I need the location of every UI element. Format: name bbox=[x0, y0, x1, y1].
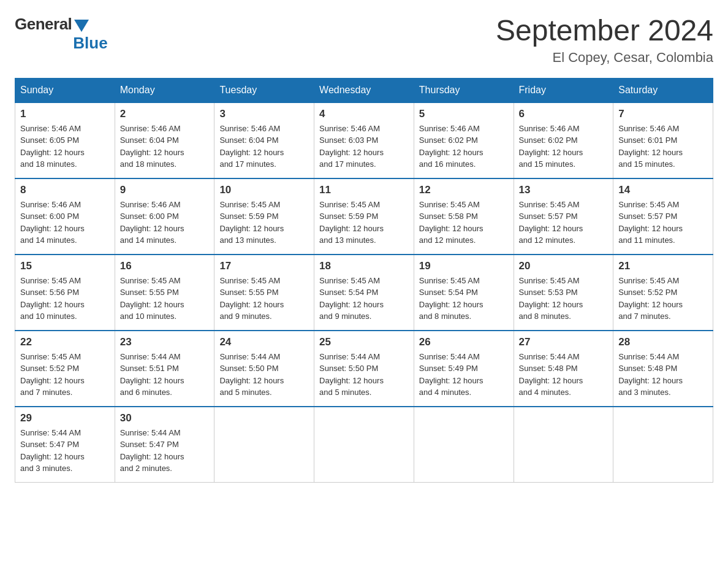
page-header: General General Blue September 2024 El C… bbox=[15, 15, 713, 66]
day-number: 28 bbox=[618, 336, 708, 348]
calendar-cell: 11Sunrise: 5:45 AMSunset: 5:59 PMDayligh… bbox=[314, 178, 414, 255]
day-info: Sunrise: 5:45 AMSunset: 5:57 PMDaylight:… bbox=[618, 199, 708, 247]
day-info: Sunrise: 5:45 AMSunset: 5:56 PMDaylight:… bbox=[20, 275, 110, 323]
header-monday: Monday bbox=[115, 78, 214, 102]
calendar-cell: 13Sunrise: 5:45 AMSunset: 5:57 PMDayligh… bbox=[514, 178, 613, 255]
day-number: 19 bbox=[419, 260, 509, 272]
day-info: Sunrise: 5:45 AMSunset: 5:59 PMDaylight:… bbox=[219, 199, 309, 247]
logo: General General Blue bbox=[15, 15, 108, 53]
day-info: Sunrise: 5:46 AMSunset: 6:02 PMDaylight:… bbox=[419, 123, 509, 170]
calendar-cell: 19Sunrise: 5:45 AMSunset: 5:54 PMDayligh… bbox=[414, 255, 514, 331]
day-number: 29 bbox=[20, 412, 110, 424]
day-number: 4 bbox=[319, 108, 409, 120]
day-number: 6 bbox=[519, 108, 609, 120]
day-number: 13 bbox=[519, 184, 609, 196]
logo-triangle-icon bbox=[74, 20, 89, 32]
day-info: Sunrise: 5:45 AMSunset: 5:55 PMDaylight:… bbox=[219, 275, 309, 323]
calendar-cell: 24Sunrise: 5:44 AMSunset: 5:50 PMDayligh… bbox=[214, 331, 314, 407]
day-number: 9 bbox=[120, 184, 210, 196]
calendar-cell: 22Sunrise: 5:45 AMSunset: 5:52 PMDayligh… bbox=[15, 331, 115, 407]
header-saturday: Saturday bbox=[613, 78, 713, 102]
calendar-cell: 27Sunrise: 5:44 AMSunset: 5:48 PMDayligh… bbox=[514, 331, 613, 407]
logo-general-text: General bbox=[15, 15, 72, 34]
day-number: 20 bbox=[519, 260, 609, 272]
day-number: 17 bbox=[219, 260, 309, 272]
day-number: 18 bbox=[319, 260, 409, 272]
day-number: 22 bbox=[20, 336, 110, 348]
calendar-cell: 14Sunrise: 5:45 AMSunset: 5:57 PMDayligh… bbox=[613, 178, 713, 255]
day-number: 30 bbox=[120, 412, 210, 424]
day-info: Sunrise: 5:44 AMSunset: 5:50 PMDaylight:… bbox=[319, 351, 409, 399]
logo-blue-text: Blue bbox=[73, 34, 107, 53]
day-number: 11 bbox=[319, 184, 409, 196]
day-number: 14 bbox=[618, 184, 708, 196]
day-number: 26 bbox=[419, 336, 509, 348]
day-info: Sunrise: 5:46 AMSunset: 6:04 PMDaylight:… bbox=[120, 123, 210, 170]
day-info: Sunrise: 5:45 AMSunset: 5:59 PMDaylight:… bbox=[319, 199, 409, 247]
header-row: SundayMondayTuesdayWednesdayThursdayFrid… bbox=[15, 78, 713, 102]
day-number: 27 bbox=[519, 336, 609, 348]
calendar-cell: 30Sunrise: 5:44 AMSunset: 5:47 PMDayligh… bbox=[115, 407, 214, 483]
day-number: 16 bbox=[120, 260, 210, 272]
day-info: Sunrise: 5:44 AMSunset: 5:51 PMDaylight:… bbox=[120, 351, 210, 399]
calendar-cell: 6Sunrise: 5:46 AMSunset: 6:02 PMDaylight… bbox=[514, 102, 613, 178]
week-row-2: 8Sunrise: 5:46 AMSunset: 6:00 PMDaylight… bbox=[15, 178, 713, 255]
calendar-cell: 25Sunrise: 5:44 AMSunset: 5:50 PMDayligh… bbox=[314, 331, 414, 407]
calendar-cell: 28Sunrise: 5:44 AMSunset: 5:48 PMDayligh… bbox=[613, 331, 713, 407]
day-number: 2 bbox=[120, 108, 210, 120]
header-friday: Friday bbox=[514, 78, 613, 102]
header-tuesday: Tuesday bbox=[214, 78, 314, 102]
calendar-cell: 21Sunrise: 5:45 AMSunset: 5:52 PMDayligh… bbox=[613, 255, 713, 331]
week-row-3: 15Sunrise: 5:45 AMSunset: 5:56 PMDayligh… bbox=[15, 255, 713, 331]
day-number: 25 bbox=[319, 336, 409, 348]
calendar-cell bbox=[414, 407, 514, 483]
calendar-cell bbox=[613, 407, 713, 483]
day-info: Sunrise: 5:45 AMSunset: 5:54 PMDaylight:… bbox=[319, 275, 409, 323]
day-number: 24 bbox=[219, 336, 309, 348]
day-info: Sunrise: 5:45 AMSunset: 5:54 PMDaylight:… bbox=[419, 275, 509, 323]
title-section: September 2024 El Copey, Cesar, Colombia bbox=[496, 15, 713, 66]
day-number: 10 bbox=[219, 184, 309, 196]
week-row-4: 22Sunrise: 5:45 AMSunset: 5:52 PMDayligh… bbox=[15, 331, 713, 407]
day-number: 8 bbox=[20, 184, 110, 196]
calendar-title: September 2024 bbox=[496, 15, 713, 47]
day-info: Sunrise: 5:46 AMSunset: 6:04 PMDaylight:… bbox=[219, 123, 309, 170]
calendar-cell: 16Sunrise: 5:45 AMSunset: 5:55 PMDayligh… bbox=[115, 255, 214, 331]
header-thursday: Thursday bbox=[414, 78, 514, 102]
calendar-cell bbox=[214, 407, 314, 483]
day-info: Sunrise: 5:46 AMSunset: 6:05 PMDaylight:… bbox=[20, 123, 110, 170]
calendar-cell: 1Sunrise: 5:46 AMSunset: 6:05 PMDaylight… bbox=[15, 102, 115, 178]
calendar-cell: 18Sunrise: 5:45 AMSunset: 5:54 PMDayligh… bbox=[314, 255, 414, 331]
day-info: Sunrise: 5:45 AMSunset: 5:52 PMDaylight:… bbox=[20, 351, 110, 399]
day-info: Sunrise: 5:46 AMSunset: 6:02 PMDaylight:… bbox=[519, 123, 609, 170]
week-row-5: 29Sunrise: 5:44 AMSunset: 5:47 PMDayligh… bbox=[15, 407, 713, 483]
week-row-1: 1Sunrise: 5:46 AMSunset: 6:05 PMDaylight… bbox=[15, 102, 713, 178]
day-number: 15 bbox=[20, 260, 110, 272]
calendar-cell: 17Sunrise: 5:45 AMSunset: 5:55 PMDayligh… bbox=[214, 255, 314, 331]
day-number: 7 bbox=[618, 108, 708, 120]
day-info: Sunrise: 5:44 AMSunset: 5:47 PMDaylight:… bbox=[20, 427, 110, 475]
calendar-cell: 23Sunrise: 5:44 AMSunset: 5:51 PMDayligh… bbox=[115, 331, 214, 407]
day-number: 3 bbox=[219, 108, 309, 120]
day-info: Sunrise: 5:46 AMSunset: 6:03 PMDaylight:… bbox=[319, 123, 409, 170]
calendar-cell: 4Sunrise: 5:46 AMSunset: 6:03 PMDaylight… bbox=[314, 102, 414, 178]
calendar-cell: 9Sunrise: 5:46 AMSunset: 6:00 PMDaylight… bbox=[115, 178, 214, 255]
calendar-cell bbox=[514, 407, 613, 483]
calendar-cell: 3Sunrise: 5:46 AMSunset: 6:04 PMDaylight… bbox=[214, 102, 314, 178]
calendar-cell: 2Sunrise: 5:46 AMSunset: 6:04 PMDaylight… bbox=[115, 102, 214, 178]
calendar-cell: 7Sunrise: 5:46 AMSunset: 6:01 PMDaylight… bbox=[613, 102, 713, 178]
day-info: Sunrise: 5:45 AMSunset: 5:52 PMDaylight:… bbox=[618, 275, 708, 323]
day-info: Sunrise: 5:46 AMSunset: 6:00 PMDaylight:… bbox=[20, 199, 110, 247]
calendar-cell: 29Sunrise: 5:44 AMSunset: 5:47 PMDayligh… bbox=[15, 407, 115, 483]
day-info: Sunrise: 5:45 AMSunset: 5:58 PMDaylight:… bbox=[419, 199, 509, 247]
day-number: 5 bbox=[419, 108, 509, 120]
calendar-cell: 15Sunrise: 5:45 AMSunset: 5:56 PMDayligh… bbox=[15, 255, 115, 331]
day-number: 21 bbox=[618, 260, 708, 272]
header-wednesday: Wednesday bbox=[314, 78, 414, 102]
calendar-cell: 20Sunrise: 5:45 AMSunset: 5:53 PMDayligh… bbox=[514, 255, 613, 331]
day-info: Sunrise: 5:44 AMSunset: 5:49 PMDaylight:… bbox=[419, 351, 509, 399]
day-info: Sunrise: 5:45 AMSunset: 5:53 PMDaylight:… bbox=[519, 275, 609, 323]
day-number: 12 bbox=[419, 184, 509, 196]
day-info: Sunrise: 5:46 AMSunset: 6:00 PMDaylight:… bbox=[120, 199, 210, 247]
day-info: Sunrise: 5:44 AMSunset: 5:48 PMDaylight:… bbox=[618, 351, 708, 399]
